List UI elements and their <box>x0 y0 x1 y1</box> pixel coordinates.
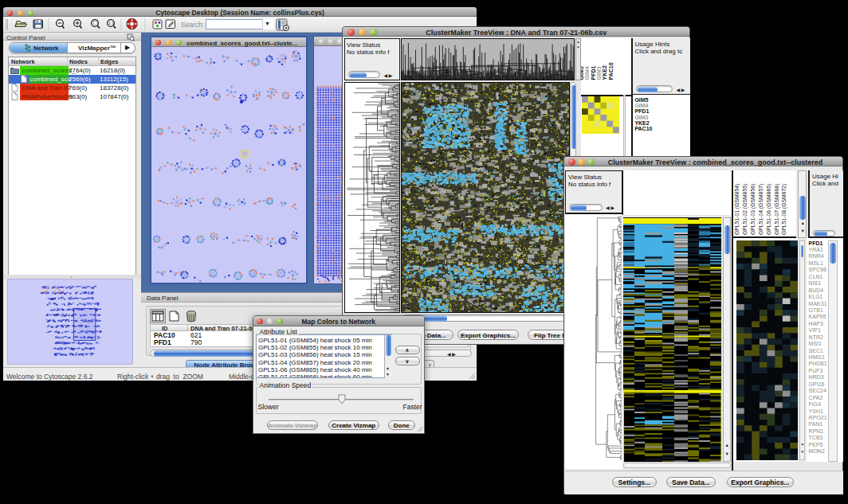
svg-text:GIM3: GIM3 <box>596 66 602 80</box>
svg-text:GPL51-07 (GSM868): GPL51-07 (GSM868) <box>774 183 780 234</box>
svg-text:YKE2: YKE2 <box>602 65 607 80</box>
svg-text:GPL51-02 (GSM855): GPL51-02 (GSM855) <box>742 183 748 234</box>
svg-text:1:1: 1:1 <box>108 21 114 25</box>
svg-text:GPL51-01 (GSM854): GPL51-01 (GSM854) <box>734 183 740 234</box>
svg-text:GPL51-04 (GSM857): GPL51-04 (GSM857) <box>758 183 764 234</box>
svg-text:GIM4: GIM4 <box>584 66 590 80</box>
svg-text:PAC10: PAC10 <box>607 62 613 80</box>
svg-text:PFD1: PFD1 <box>590 65 595 80</box>
svg-text:GPL51-06 (GSM865): GPL51-06 (GSM865) <box>766 183 772 234</box>
svg-text:GPL51-03 (GSM856): GPL51-03 (GSM856) <box>750 183 756 234</box>
svg-text:GPL51-08 (GSM872): GPL51-08 (GSM872) <box>782 183 788 234</box>
